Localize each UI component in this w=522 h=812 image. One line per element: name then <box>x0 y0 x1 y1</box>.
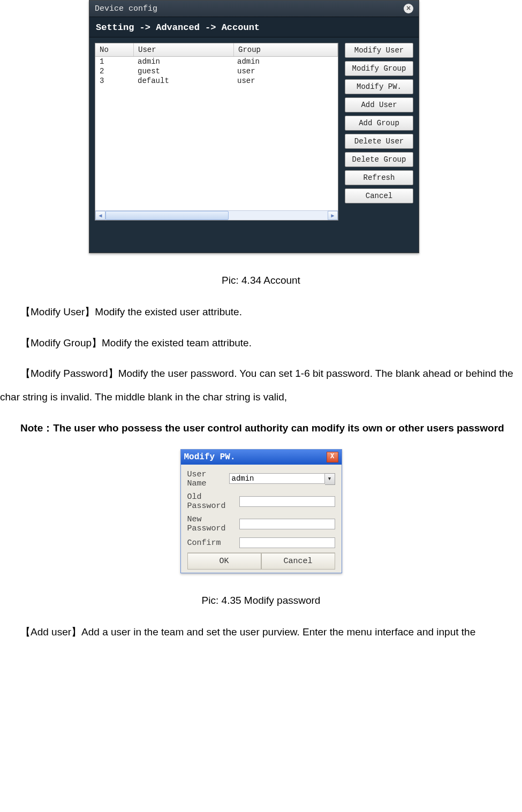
modify-pw-window: Modify PW. X User Name ▼ Old Password Ne… <box>180 449 342 573</box>
close-icon[interactable]: × <box>404 4 413 13</box>
delete-group-button[interactable]: Delete Group <box>345 152 413 167</box>
device-config-titlebar: Device config × <box>89 1 419 17</box>
device-config-title: Device config <box>95 4 157 13</box>
user-name-select[interactable] <box>229 473 325 484</box>
doc-modify-group: 【Modify Group】Modify the existed team at… <box>0 331 522 355</box>
add-user-button[interactable]: Add User <box>345 97 413 112</box>
breadcrumb: Setting -> Advanced -> Account <box>89 17 419 37</box>
table-row[interactable]: 2 guest user <box>95 66 338 76</box>
new-password-field[interactable] <box>239 519 335 529</box>
close-icon[interactable]: X <box>327 452 338 462</box>
cancel-button[interactable]: Cancel <box>345 188 413 203</box>
scroll-left-icon[interactable]: ◄ <box>95 211 105 220</box>
chevron-down-icon[interactable]: ▼ <box>325 473 335 485</box>
doc-add-user: 【Add user】Add a user in the team and set… <box>0 620 522 644</box>
label-new-password: New Password <box>187 515 237 533</box>
figure-caption-account: Pic: 4.34 Account <box>0 275 522 286</box>
device-config-window: Device config × Setting -> Advanced -> A… <box>89 0 419 253</box>
cell-user: default <box>133 76 233 86</box>
col-group[interactable]: Group <box>234 43 338 56</box>
cell-no: 3 <box>95 76 133 86</box>
table-row[interactable]: 3 default user <box>95 76 338 86</box>
confirm-password-field[interactable] <box>239 537 335 548</box>
cell-no: 1 <box>95 57 133 66</box>
delete-user-button[interactable]: Delete User <box>345 134 413 149</box>
button-panel: Modify User Modify Group Modify PW. Add … <box>345 43 413 221</box>
table-row[interactable]: 1 admin admin <box>95 57 338 66</box>
doc-modify-user: 【Modify User】Modify the existed user att… <box>0 300 522 324</box>
modify-user-button[interactable]: Modify User <box>345 43 413 58</box>
modify-group-button[interactable]: Modify Group <box>345 61 413 76</box>
label-user-name: User Name <box>187 470 227 488</box>
modify-pw-button[interactable]: Modify PW. <box>345 79 413 94</box>
refresh-button[interactable]: Refresh <box>345 170 413 185</box>
ok-button[interactable]: OK <box>187 553 261 570</box>
cell-no: 2 <box>95 66 133 76</box>
col-user[interactable]: User <box>134 43 234 56</box>
figure-caption-modify-password: Pic: 4.35 Modify password <box>0 595 522 606</box>
cell-user: admin <box>133 57 233 66</box>
cell-user: guest <box>133 66 233 76</box>
user-table: No User Group 1 admin admin 2 guest <box>95 43 338 221</box>
cancel-button[interactable]: Cancel <box>261 553 335 570</box>
horizontal-scrollbar[interactable]: ◄ ► <box>95 210 338 220</box>
modify-pw-titlebar: Modify PW. X <box>181 450 342 465</box>
cell-group: user <box>233 76 338 86</box>
label-old-password: Old Password <box>187 492 237 511</box>
scroll-track[interactable] <box>105 211 328 220</box>
scroll-right-icon[interactable]: ► <box>328 211 338 220</box>
label-confirm: Confirm <box>187 538 237 548</box>
add-group-button[interactable]: Add Group <box>345 116 413 131</box>
scroll-thumb[interactable] <box>105 211 229 220</box>
old-password-field[interactable] <box>239 496 335 507</box>
modify-pw-title: Modify PW. <box>184 452 236 462</box>
cell-group: admin <box>233 57 338 66</box>
doc-modify-password: 【Modify Password】Modify the user passwor… <box>0 362 522 408</box>
col-no[interactable]: No <box>95 43 134 56</box>
cell-group: user <box>233 66 338 76</box>
table-header: No User Group <box>95 43 338 57</box>
doc-note: Note：The user who possess the user contr… <box>0 416 522 440</box>
